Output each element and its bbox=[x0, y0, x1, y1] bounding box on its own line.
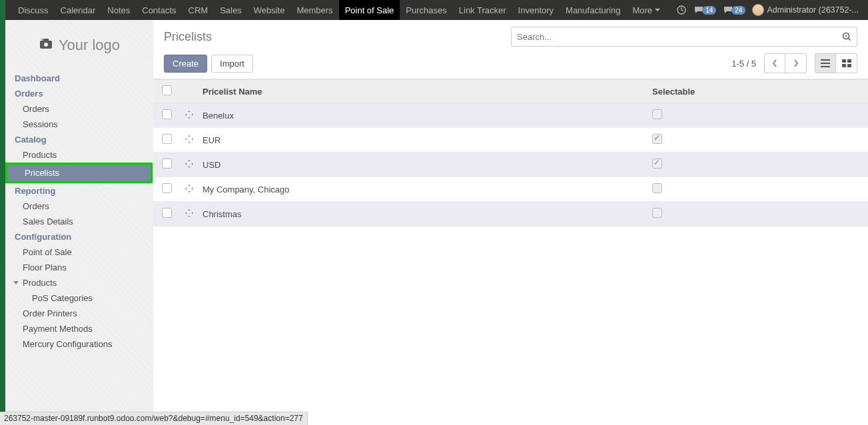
content: Pricelists Create Import 1-5 / 5 bbox=[153, 20, 868, 412]
row-checkbox[interactable] bbox=[162, 109, 172, 119]
sidebar-item-pricelists[interactable]: Pricelists bbox=[7, 165, 151, 181]
sidebar-section-orders[interactable]: Orders bbox=[5, 86, 153, 101]
avatar bbox=[752, 4, 764, 16]
row-checkbox[interactable] bbox=[162, 159, 172, 169]
top-nav-item-link-tracker[interactable]: Link Tracker bbox=[453, 0, 512, 20]
clock-icon[interactable] bbox=[673, 5, 689, 15]
cell-name: My Company, Chicago bbox=[199, 177, 648, 202]
col-header-handle bbox=[180, 80, 199, 103]
table-row[interactable]: Benelux bbox=[153, 103, 868, 128]
top-nav-item-contacts[interactable]: Contacts bbox=[136, 0, 182, 20]
sidebar-item-products[interactable]: Products bbox=[5, 147, 153, 163]
sidebar-item-order-printers[interactable]: Order Printers bbox=[5, 306, 153, 321]
top-nav-more[interactable]: More bbox=[626, 0, 666, 20]
create-button[interactable]: Create bbox=[164, 55, 207, 73]
col-header-name[interactable]: Pricelist Name bbox=[199, 80, 648, 103]
top-nav-item-purchases[interactable]: Purchases bbox=[400, 0, 452, 20]
table-row[interactable]: USD bbox=[153, 153, 868, 177]
drag-handle-icon[interactable] bbox=[185, 135, 193, 145]
sidebar-section-dashboard[interactable]: Dashboard bbox=[5, 71, 153, 86]
pager-prev[interactable] bbox=[764, 53, 785, 73]
chat-icon-2[interactable]: 24 bbox=[720, 5, 748, 15]
top-nav-item-website[interactable]: Website bbox=[248, 0, 291, 20]
table-row[interactable]: Christmas bbox=[153, 202, 868, 226]
selectable-checkbox bbox=[652, 183, 662, 193]
row-checkbox[interactable] bbox=[162, 183, 172, 193]
user-menu[interactable]: Administrator (263752-... bbox=[749, 4, 861, 16]
svg-rect-2 bbox=[43, 39, 49, 41]
pager-buttons bbox=[764, 53, 807, 73]
drag-handle-icon[interactable] bbox=[185, 209, 193, 219]
selectable-checkbox bbox=[652, 109, 662, 119]
top-nav-item-calendar[interactable]: Calendar bbox=[55, 0, 102, 20]
svg-rect-12 bbox=[847, 64, 851, 67]
sidebar-item-sales-details[interactable]: Sales Details bbox=[5, 214, 153, 229]
sidebar-item-products[interactable]: Products bbox=[5, 275, 153, 290]
pager-next[interactable] bbox=[785, 53, 807, 73]
caret-down-icon bbox=[13, 281, 19, 284]
chat-icon-1[interactable]: 14 bbox=[691, 5, 719, 15]
select-all-checkbox[interactable] bbox=[162, 85, 172, 95]
col-header-checkbox bbox=[153, 80, 180, 103]
search-input[interactable] bbox=[512, 32, 837, 42]
sidebar: + Your logo DashboardOrdersOrdersSession… bbox=[5, 20, 153, 412]
row-checkbox[interactable] bbox=[162, 134, 172, 144]
svg-rect-6 bbox=[821, 59, 830, 61]
selectable-checkbox bbox=[652, 134, 662, 144]
user-label: Administrator (263752-... bbox=[767, 5, 859, 15]
sidebar-item-orders[interactable]: Orders bbox=[5, 101, 153, 117]
logo-area[interactable]: + Your logo bbox=[5, 20, 153, 71]
svg-rect-9 bbox=[842, 59, 846, 63]
svg-rect-8 bbox=[821, 66, 830, 67]
sidebar-item-point-of-sale[interactable]: Point of Sale bbox=[5, 244, 153, 260]
row-checkbox[interactable] bbox=[162, 208, 172, 218]
table-row[interactable]: EUR bbox=[153, 128, 868, 153]
selectable-checkbox bbox=[652, 159, 662, 169]
sidebar-item-orders[interactable]: Orders bbox=[5, 199, 153, 214]
logo-text: Your logo bbox=[59, 37, 120, 54]
page-title: Pricelists bbox=[164, 30, 212, 44]
sidebar-section-catalog[interactable]: Catalog bbox=[5, 132, 153, 147]
top-nav-item-notes[interactable]: Notes bbox=[101, 0, 136, 20]
top-nav-item-sales[interactable]: Sales bbox=[214, 0, 248, 20]
top-nav-item-manufacturing[interactable]: Manufacturing bbox=[560, 0, 626, 20]
view-list-button[interactable] bbox=[815, 53, 836, 73]
view-switcher bbox=[815, 53, 857, 73]
svg-text:+: + bbox=[41, 37, 44, 43]
top-nav-item-members[interactable]: Members bbox=[290, 0, 338, 20]
chat-badge-2: 24 bbox=[731, 6, 745, 15]
table-row[interactable]: My Company, Chicago bbox=[153, 177, 868, 202]
cell-name: USD bbox=[199, 153, 648, 177]
sidebar-item-sessions[interactable]: Sessions bbox=[5, 117, 153, 132]
sidebar-item-mercury-configurations[interactable]: Mercury Configurations bbox=[5, 336, 153, 352]
sidebar-item-payment-methods[interactable]: Payment Methods bbox=[5, 321, 153, 336]
cell-name: Benelux bbox=[199, 103, 648, 128]
pager-text[interactable]: 1-5 / 5 bbox=[731, 59, 756, 69]
svg-point-3 bbox=[44, 43, 48, 47]
topnav-right: 14 24 Administrator (263752-... bbox=[673, 4, 868, 16]
top-nav-item-discuss[interactable]: Discuss bbox=[12, 0, 55, 20]
sidebar-section-configuration[interactable]: Configuration bbox=[5, 229, 153, 244]
chat-badge-1: 14 bbox=[702, 6, 716, 15]
col-header-selectable[interactable]: Selectable bbox=[648, 80, 868, 103]
cell-name: Christmas bbox=[199, 202, 648, 226]
search-expand-button[interactable] bbox=[837, 31, 857, 42]
top-nav-item-point-of-sale[interactable]: Point of Sale bbox=[339, 0, 400, 20]
top-nav-item-inventory[interactable]: Inventory bbox=[512, 0, 560, 20]
drag-handle-icon[interactable] bbox=[185, 185, 193, 195]
import-button[interactable]: Import bbox=[211, 55, 253, 73]
sidebar-active-highlight: Pricelists bbox=[5, 163, 153, 183]
search-box[interactable] bbox=[511, 27, 857, 47]
drag-handle-icon[interactable] bbox=[185, 160, 193, 170]
svg-rect-7 bbox=[821, 63, 830, 64]
cell-name: EUR bbox=[199, 128, 648, 153]
top-nav-item-crm[interactable]: CRM bbox=[183, 0, 215, 20]
drag-handle-icon[interactable] bbox=[185, 111, 193, 121]
camera-icon: + bbox=[39, 37, 53, 54]
view-kanban-button[interactable] bbox=[836, 53, 857, 73]
sidebar-section-reporting[interactable]: Reporting bbox=[5, 183, 153, 199]
sidebar-item-pos-categories[interactable]: PoS Categories bbox=[5, 290, 153, 306]
sidebar-item-floor-plans[interactable]: Floor Plans bbox=[5, 260, 153, 275]
svg-rect-11 bbox=[842, 64, 846, 67]
topnav-more-label: More bbox=[632, 5, 652, 15]
